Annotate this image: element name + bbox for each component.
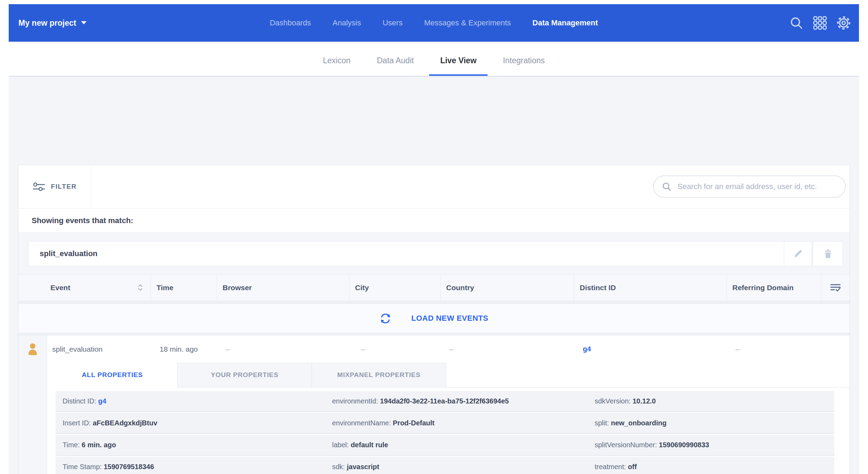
tab-your-properties[interactable]: YOUR PROPERTIES — [178, 362, 312, 387]
filter-sliders-icon — [33, 182, 45, 191]
nav-item-data-management[interactable]: Data Management — [532, 18, 598, 27]
row-end-spacer — [821, 336, 850, 362]
edit-filter-button[interactable] — [784, 241, 812, 266]
event-name: split_evaluation — [47, 336, 151, 362]
column-header-event[interactable]: Event — [18, 275, 151, 301]
property-label: split: — [595, 419, 609, 427]
tab-lexicon[interactable]: Lexicon — [323, 42, 350, 79]
property-label: sdkVersion: — [595, 397, 630, 405]
apps-grid-icon[interactable] — [812, 15, 828, 31]
property-label: splitVersionNumber: — [595, 441, 657, 449]
delete-filter-button[interactable] — [813, 241, 843, 266]
property-value: default rule — [351, 441, 388, 449]
property-label: label: — [332, 441, 349, 449]
tab-data-audit[interactable]: Data Audit — [377, 42, 414, 79]
load-new-events-button[interactable]: LOAD NEW EVENTS — [18, 304, 850, 333]
property-label: environmentId: — [332, 397, 378, 405]
event-details-panel: ALL PROPERTIES YOUR PROPERTIES MIXPANEL … — [18, 362, 850, 474]
event-country: – — [441, 336, 574, 362]
project-switcher[interactable]: My new project — [18, 18, 87, 28]
column-settings-button[interactable] — [821, 275, 850, 301]
property-value: 10.12.0 — [633, 397, 656, 405]
column-header-distinct-id[interactable]: Distinct ID — [574, 275, 727, 301]
filter-button-label: FILTER — [51, 183, 77, 190]
project-name: My new project — [18, 18, 76, 28]
events-table-header: Event Time Browser City Country Distinct… — [18, 275, 850, 301]
event-referring-domain: – — [727, 336, 821, 362]
event-filter-section: split_evaluation — [18, 233, 850, 275]
property-value: 1590769518346 — [104, 463, 154, 471]
row-separator — [18, 333, 850, 336]
showing-events-heading: Showing events that match: — [18, 209, 850, 233]
property-row: Time: 6 min. ago label: default rule spl… — [56, 435, 834, 456]
property-label: Time: — [63, 441, 80, 449]
filter-button[interactable]: FILTER — [18, 165, 91, 208]
event-query-box[interactable]: split_evaluation — [28, 241, 784, 266]
live-view-panel: FILTER Showing events that match: split_… — [18, 165, 850, 474]
properties-tabs: ALL PROPERTIES YOUR PROPERTIES MIXPANEL … — [47, 362, 850, 387]
column-options-icon — [830, 283, 841, 292]
property-label: sdk: — [332, 463, 345, 471]
main-nav: Dashboards Analysis Users Messages & Exp… — [270, 18, 598, 27]
topbar-icon-group — [789, 15, 851, 31]
event-time: 18 min. ago — [151, 336, 217, 362]
property-value: aFcBEAdgxkdjBtuv — [93, 419, 158, 427]
details-gutter — [18, 362, 47, 474]
property-value: javascript — [347, 463, 379, 471]
property-label: Insert ID: — [63, 419, 91, 427]
property-value: off — [628, 463, 637, 471]
person-icon — [27, 343, 38, 355]
data-management-tabs: Lexicon Data Audit Live View Integration… — [9, 42, 859, 79]
top-navigation-bar: My new project Dashboards Analysis Users… — [9, 4, 859, 42]
property-value: 6 min. ago — [82, 441, 116, 449]
property-label: treatment: — [595, 463, 626, 471]
nav-item-analysis[interactable]: Analysis — [332, 18, 361, 27]
search-icon[interactable] — [789, 15, 804, 31]
properties-list: Distinct ID: g4 environmentId: 194da2f0-… — [47, 387, 850, 474]
app-frame: My new project Dashboards Analysis Users… — [9, 4, 859, 474]
chevron-down-icon — [81, 21, 87, 25]
tab-integrations[interactable]: Integrations — [503, 42, 545, 79]
event-row[interactable]: split_evaluation 18 min. ago – – – g4 – — [18, 336, 850, 362]
property-label: Time Stamp: — [63, 463, 102, 471]
nav-item-users[interactable]: Users — [383, 18, 402, 27]
avatar-cell — [18, 336, 47, 362]
nav-item-dashboards[interactable]: Dashboards — [270, 18, 311, 27]
trash-icon — [823, 249, 833, 259]
property-value: 194da2f0-3e22-11ea-ba75-12f2f63694e5 — [380, 397, 509, 405]
load-new-events-label: LOAD NEW EVENTS — [411, 314, 488, 323]
property-value-distinct-id[interactable]: g4 — [98, 397, 106, 405]
filter-toolbar: FILTER — [18, 165, 850, 209]
property-label: environmentName: — [332, 419, 391, 427]
property-row: Insert ID: aFcBEAdgxkdjBtuv environmentN… — [56, 413, 834, 434]
search-input[interactable] — [677, 182, 837, 191]
user-search-box[interactable] — [653, 175, 846, 198]
distinct-id-link[interactable]: g4 — [583, 345, 591, 353]
nav-item-messages-experiments[interactable]: Messages & Experiments — [424, 18, 511, 27]
property-row: Distinct ID: g4 environmentId: 194da2f0-… — [56, 391, 834, 412]
column-header-referring-domain[interactable]: Referring Domain — [727, 275, 821, 301]
column-header-time[interactable]: Time — [151, 275, 217, 301]
tab-live-view[interactable]: Live View — [440, 42, 476, 79]
tab-mixpanel-properties[interactable]: MIXPANEL PROPERTIES — [312, 362, 446, 387]
column-header-city[interactable]: City — [349, 275, 441, 301]
property-value: 1590690990833 — [659, 441, 709, 449]
refresh-icon — [380, 313, 391, 324]
property-value: Prod-Default — [393, 419, 435, 427]
sort-icon[interactable] — [138, 284, 143, 291]
details-body: ALL PROPERTIES YOUR PROPERTIES MIXPANEL … — [47, 362, 850, 474]
tab-all-properties[interactable]: ALL PROPERTIES — [47, 362, 178, 387]
column-header-browser[interactable]: Browser — [217, 275, 349, 301]
property-label: Distinct ID: — [63, 397, 96, 405]
event-city: – — [349, 336, 441, 362]
search-icon — [661, 181, 672, 192]
property-value: new_onboarding — [611, 419, 667, 427]
column-header-country[interactable]: Country — [441, 275, 574, 301]
event-browser: – — [217, 336, 349, 362]
property-row: Time Stamp: 1590769518346 sdk: javascrip… — [56, 457, 834, 474]
gear-icon[interactable] — [836, 15, 851, 31]
row-separator — [18, 301, 850, 304]
page-backdrop: FILTER Showing events that match: split_… — [9, 77, 859, 474]
pencil-icon — [793, 249, 803, 259]
